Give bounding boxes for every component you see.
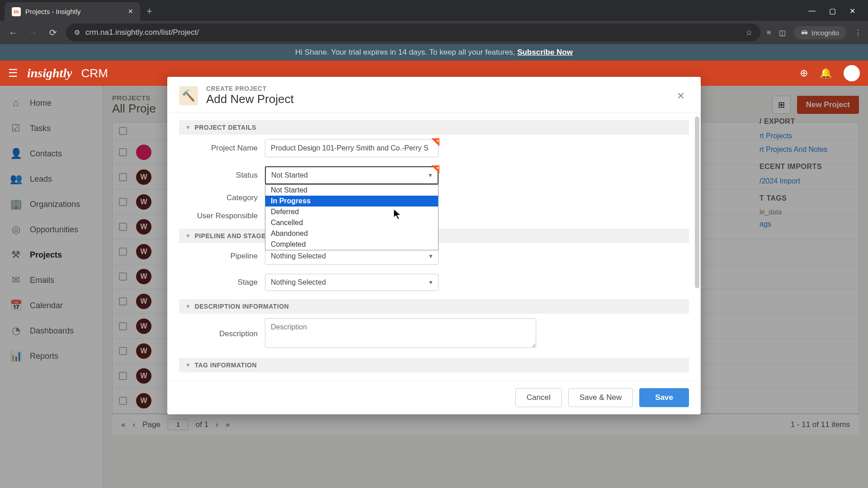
section-tags[interactable]: ▼ TAG INFORMATION: [179, 358, 689, 372]
browser-tab-strip: in Projects - Insightly × + — ▢ ✕: [0, 0, 868, 21]
subscribe-link[interactable]: Subscribe Now: [517, 48, 573, 56]
close-window-icon[interactable]: ✕: [849, 7, 855, 15]
category-label: Category: [185, 193, 265, 202]
add-icon[interactable]: ⊕: [800, 67, 808, 79]
address-bar: ← → ⟳ ⚙ crm.na1.insightly.com/list/Proje…: [0, 21, 868, 44]
browser-menu-icon[interactable]: ⋮: [854, 28, 862, 37]
reload-button[interactable]: ⟳: [46, 26, 60, 39]
chevron-down-icon: ▼: [185, 303, 191, 310]
tab-close-icon[interactable]: ×: [128, 7, 133, 16]
back-button[interactable]: ←: [6, 26, 20, 39]
incognito-badge: 🕶 Incognito: [794, 26, 846, 39]
modal-eyebrow: CREATE PROJECT: [206, 85, 294, 92]
window-controls: — ▢ ✕: [808, 7, 863, 21]
add-project-modal: 🔨 CREATE PROJECT Add New Project × ▼ PRO…: [167, 77, 701, 414]
chevron-down-icon: ▼: [428, 279, 434, 286]
new-tab-button[interactable]: +: [140, 2, 159, 21]
maximize-icon[interactable]: ▢: [829, 7, 836, 15]
trial-banner: Hi Shane. Your trial expires in 14 days.…: [0, 44, 868, 61]
modal-close-button[interactable]: ×: [673, 87, 689, 105]
status-option-not-started[interactable]: Not Started: [265, 185, 438, 196]
url-text: crm.na1.insightly.com/list/Project/: [85, 28, 199, 37]
section-project-details[interactable]: ▼ PROJECT DETAILS: [179, 120, 689, 135]
tab-favicon-icon: in: [12, 7, 21, 16]
modal-scrollbar[interactable]: [695, 117, 699, 306]
modal-header: 🔨 CREATE PROJECT Add New Project ×: [167, 77, 701, 113]
side-panel-icon[interactable]: ◫: [779, 28, 786, 37]
section-description[interactable]: ▼ DESCRIPTION INFORMATION: [179, 299, 689, 314]
user-responsible-label: User Responsible: [185, 211, 265, 221]
status-dropdown: Not Started In Progress Deferred Cancell…: [265, 184, 439, 250]
status-option-completed[interactable]: Completed: [265, 239, 438, 250]
save-and-new-button[interactable]: Save & New: [568, 388, 633, 407]
hamburger-icon[interactable]: ☰: [8, 67, 18, 80]
stage-select[interactable]: Nothing Selected ▼: [265, 274, 439, 291]
description-textarea[interactable]: [265, 318, 536, 348]
chevron-down-icon: ▼: [428, 253, 434, 259]
status-option-cancelled[interactable]: Cancelled: [265, 217, 438, 228]
tab-title: Projects - Insightly: [25, 8, 81, 15]
url-input[interactable]: ⚙ crm.na1.insightly.com/list/Project/ ☆: [66, 23, 760, 42]
status-select[interactable]: Not Started ▼: [265, 166, 439, 184]
incognito-icon: 🕶: [801, 29, 808, 37]
save-button[interactable]: Save: [639, 388, 689, 407]
status-option-abandoned[interactable]: Abandoned: [265, 228, 438, 239]
modal-footer: Cancel Save & New Save: [167, 380, 701, 414]
bookmark-icon[interactable]: ☆: [745, 28, 752, 38]
required-icon: [431, 165, 439, 174]
logo: insightly: [27, 66, 72, 80]
status-label: Status: [185, 171, 265, 180]
modal-body: ▼ PROJECT DETAILS Project Name Status No…: [167, 113, 701, 380]
chevron-down-icon: ▼: [185, 233, 191, 239]
project-name-input[interactable]: [265, 139, 439, 157]
notifications-icon[interactable]: 🔔: [820, 67, 832, 79]
forward-button[interactable]: →: [26, 26, 40, 39]
required-icon: [431, 138, 439, 146]
project-name-label: Project Name: [185, 144, 265, 153]
avatar-icon[interactable]: [844, 65, 860, 81]
status-option-deferred[interactable]: Deferred: [265, 206, 438, 217]
site-settings-icon[interactable]: ⚙: [74, 28, 80, 37]
browser-tab[interactable]: in Projects - Insightly ×: [5, 2, 140, 21]
chevron-down-icon: ▼: [185, 124, 191, 131]
modal-title: Add New Project: [206, 92, 294, 106]
product-label: CRM: [81, 66, 108, 80]
status-option-in-progress[interactable]: In Progress: [265, 196, 438, 206]
stage-label: Stage: [185, 278, 265, 287]
cancel-button[interactable]: Cancel: [515, 388, 562, 407]
extensions-icon[interactable]: ≡: [767, 28, 771, 37]
minimize-icon[interactable]: —: [808, 7, 816, 15]
project-icon: 🔨: [179, 86, 198, 105]
description-label: Description: [185, 329, 265, 338]
chevron-down-icon: ▼: [185, 362, 191, 368]
pipeline-label: Pipeline: [185, 252, 265, 261]
